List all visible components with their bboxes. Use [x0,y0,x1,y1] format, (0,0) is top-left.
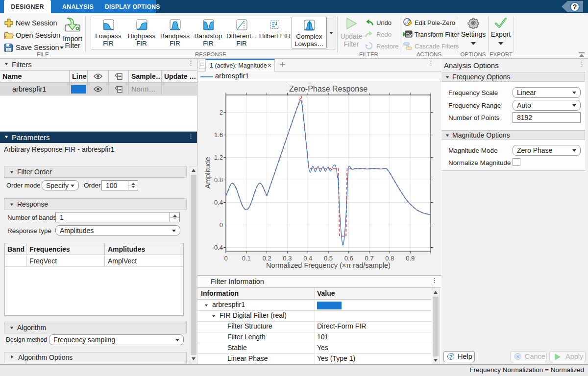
svg-text:0.6: 0.6 [344,255,353,262]
svg-text:2: 2 [220,109,223,116]
svg-text:Normalized Frequency (×π rad/s: Normalized Frequency (×π rad/sample) [266,261,391,269]
svg-text:0: 0 [220,221,223,229]
svg-text:0: 0 [224,255,227,262]
svg-text:0.8: 0.8 [214,176,223,184]
svg-text:j: j [277,24,279,29]
svg-text:0.1: 0.1 [242,255,251,262]
svg-text:0.5: 0.5 [324,255,333,262]
svg-text:0.9: 0.9 [406,255,415,262]
svg-text:Zero-Phase Response: Zero-Phase Response [289,85,368,93]
svg-text:1.6: 1.6 [214,131,223,139]
svg-text:j: j [275,20,277,25]
svg-text:0.3: 0.3 [283,255,292,262]
svg-text:1.2: 1.2 [214,154,223,161]
svg-text:0.4: 0.4 [214,199,223,206]
svg-text:0.8: 0.8 [385,255,394,262]
svg-text:Amplitude: Amplitude [204,157,212,188]
svg-text:0.7: 0.7 [365,255,374,262]
svg-text:-0.4: -0.4 [212,244,223,251]
svg-text:0.4: 0.4 [303,255,312,262]
svg-text:0.2: 0.2 [263,255,271,262]
